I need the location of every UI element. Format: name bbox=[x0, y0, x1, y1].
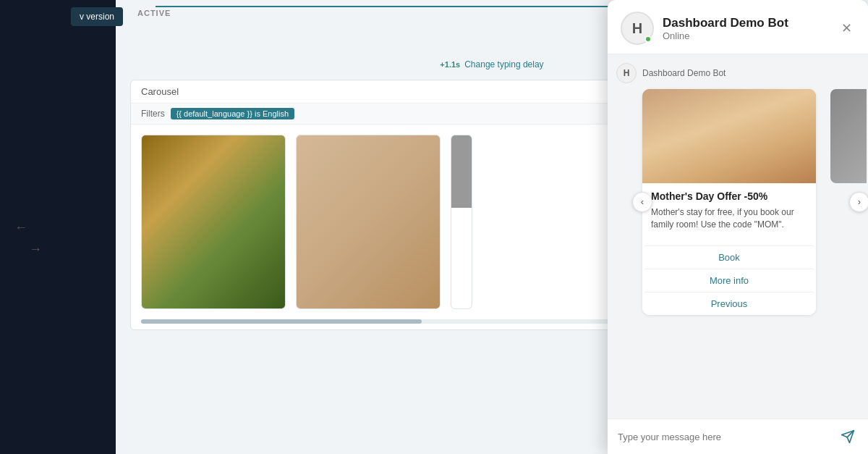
chat-messages-area: H Dashboard Demo Bot ‹ Mother's Day Offe… bbox=[608, 54, 868, 419]
filters-label: Filters bbox=[141, 109, 165, 119]
left-panel: v version ← → bbox=[0, 0, 116, 454]
online-indicator bbox=[644, 35, 652, 43]
bot-status: Online bbox=[663, 30, 830, 41]
chat-active-card: Mother's Day Offer -50% Mother's stay fo… bbox=[642, 89, 816, 315]
carousel-card-1: Private breakfast 25€/person 28/80 You c… bbox=[141, 135, 286, 309]
bot-message-avatar: H bbox=[616, 63, 637, 83]
chat-header: H Dashboard Demo Bot Online ✕ bbox=[608, 0, 868, 54]
carousel-card-2: Mother's Day Offer -50% 23/80 Mother's s… bbox=[296, 135, 441, 309]
carousel-label: Carousel bbox=[141, 86, 179, 97]
chat-carousel-prev-button[interactable]: ‹ bbox=[632, 192, 652, 212]
chat-card-peek bbox=[830, 89, 867, 183]
delay-badge: +1.1s bbox=[440, 60, 460, 69]
bot-avatar: H bbox=[621, 12, 654, 45]
card-2-image bbox=[297, 135, 440, 308]
card-1-title-area: Private breakfast 25€/person bbox=[142, 308, 285, 309]
chat-card-body: Mother's Day Offer -50% Mother's stay fo… bbox=[642, 183, 816, 245]
active-label: ACTIVE bbox=[137, 9, 171, 17]
card-1-image bbox=[142, 135, 285, 308]
chat-card-image bbox=[642, 89, 816, 183]
filter-badge[interactable]: {{ default_language }} is English bbox=[171, 108, 294, 119]
change-delay-link[interactable]: Change typing delay bbox=[464, 59, 543, 70]
version-button[interactable]: v version bbox=[71, 7, 123, 26]
bot-info: Dashboard Demo Bot Online bbox=[663, 16, 830, 41]
chat-close-button[interactable]: ✕ bbox=[838, 17, 855, 39]
nav-arrow-right[interactable]: → bbox=[29, 241, 42, 256]
chat-carousel: ‹ Mother's Day Offer -50% Mother's stay … bbox=[642, 89, 859, 315]
chat-panel: H Dashboard Demo Bot Online ✕ H Dashboar… bbox=[608, 0, 868, 454]
chat-card-btn-book[interactable]: Book bbox=[642, 245, 816, 269]
carousel-scrollbar-thumb bbox=[141, 319, 422, 324]
card-2-title-area: Mother's Day Offer -50% bbox=[297, 308, 440, 309]
bot-message-sender: Dashboard Demo Bot bbox=[642, 68, 726, 78]
chat-message-input[interactable] bbox=[618, 432, 832, 442]
massage-visual bbox=[642, 89, 816, 183]
chat-input-area bbox=[608, 419, 868, 454]
chat-carousel-next-button[interactable]: › bbox=[849, 192, 868, 212]
chat-card-description: Mother's stay for free, if you book our … bbox=[651, 206, 807, 231]
chat-card-title: Mother's Day Offer -50% bbox=[651, 190, 807, 202]
carousel-card-3-partial bbox=[451, 135, 472, 309]
card-3-image-partial bbox=[451, 135, 472, 208]
chat-card-btn-more-info[interactable]: More info bbox=[642, 269, 816, 292]
send-message-button[interactable] bbox=[838, 426, 858, 447]
bot-message-header: H Dashboard Demo Bot bbox=[616, 63, 859, 83]
nav-arrow-left[interactable]: ← bbox=[14, 219, 27, 235]
chat-card-btn-previous[interactable]: Previous bbox=[642, 292, 816, 315]
bot-avatar-letter: H bbox=[632, 20, 642, 37]
bot-name: Dashboard Demo Bot bbox=[663, 16, 830, 30]
